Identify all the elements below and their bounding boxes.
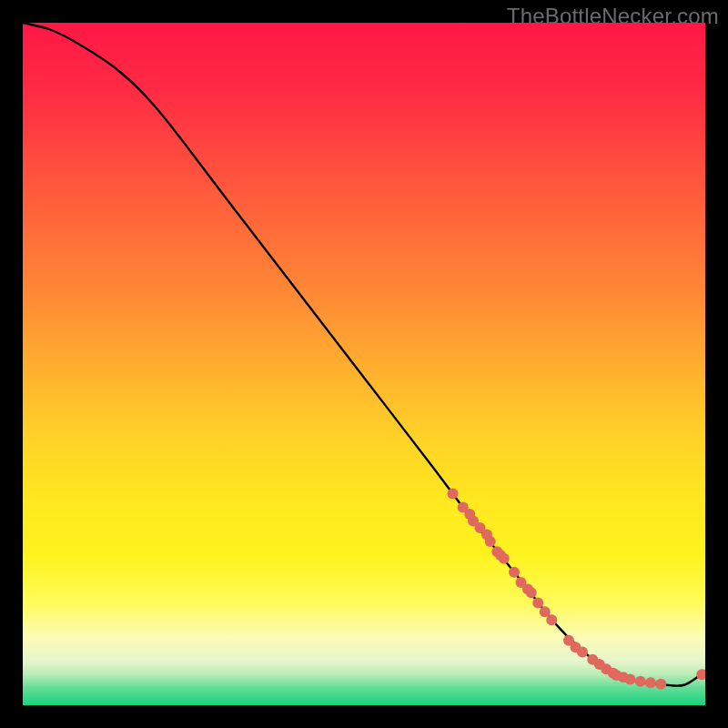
plot-area xyxy=(23,23,705,705)
data-point xyxy=(625,674,636,685)
data-point xyxy=(509,567,520,578)
gradient-background xyxy=(23,23,705,705)
data-point xyxy=(526,587,537,598)
data-point xyxy=(532,598,543,609)
data-point xyxy=(655,679,666,690)
data-point xyxy=(577,647,588,658)
data-point xyxy=(499,553,510,564)
data-point xyxy=(635,676,646,687)
plot-svg xyxy=(23,23,705,705)
data-point xyxy=(546,614,557,625)
data-point xyxy=(485,536,496,547)
chart-stage: TheBottleNecker.com xyxy=(0,0,728,728)
data-point xyxy=(448,489,459,500)
data-point xyxy=(645,677,656,688)
